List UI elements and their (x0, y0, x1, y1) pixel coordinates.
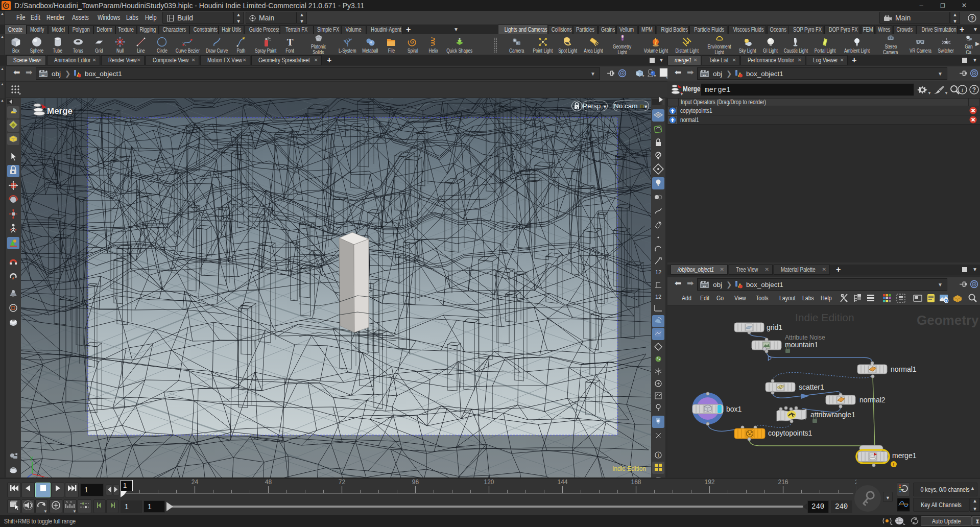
svg-text:i: i (962, 86, 963, 93)
svg-text:?: ? (970, 15, 974, 21)
svg-text:Indie Edition: Indie Edition (795, 312, 854, 323)
svg-text:merge1: merge1 (892, 451, 917, 460)
svg-text:24: 24 (192, 478, 199, 486)
svg-text:?: ? (972, 86, 976, 93)
svg-text:mountain1: mountain1 (785, 341, 819, 349)
svg-text:96: 96 (412, 478, 419, 486)
svg-text:attribwrangle1: attribwrangle1 (810, 411, 855, 419)
svg-text:■■: ■■ (703, 284, 706, 288)
svg-text:2: 2 (855, 478, 856, 486)
svg-text:copytopoints1: copytopoints1 (768, 429, 812, 437)
svg-text:box1: box1 (726, 405, 742, 413)
svg-text:48: 48 (265, 478, 272, 486)
svg-text:216: 216 (778, 478, 788, 486)
svg-text:x: x (45, 475, 49, 477)
svg-text:168: 168 (631, 478, 641, 486)
svg-text:normal1: normal1 (891, 365, 917, 373)
svg-text:192: 192 (704, 478, 714, 486)
svg-text:T: T (287, 37, 294, 47)
svg-text:i: i (658, 452, 659, 458)
svg-text:72: 72 (339, 478, 346, 486)
svg-text:!: ! (893, 462, 895, 467)
svg-text:144: 144 (557, 478, 567, 486)
svg-text:12: 12 (655, 294, 661, 300)
svg-text:12: 12 (655, 269, 661, 275)
svg-text:y: y (30, 454, 33, 461)
svg-text:■■: ■■ (41, 74, 44, 77)
svg-text:Attribute Noise: Attribute Noise (785, 334, 825, 341)
svg-text:■■: ■■ (703, 74, 706, 77)
svg-text:P: P (768, 355, 772, 363)
svg-text:normal2: normal2 (859, 396, 886, 404)
svg-text:120: 120 (484, 478, 494, 486)
svg-text:Geometry: Geometry (917, 313, 979, 328)
svg-text:grid1: grid1 (767, 323, 782, 331)
svg-text:scatter1: scatter1 (799, 383, 824, 391)
